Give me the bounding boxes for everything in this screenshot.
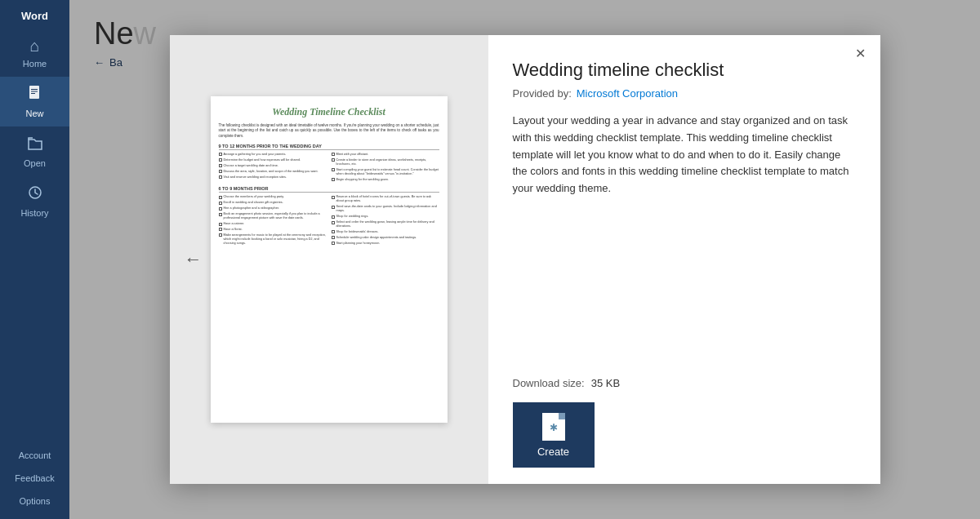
doc-item: Begin shopping for the wedding gown.	[332, 178, 439, 182]
modal-close-button[interactable]: ✕	[851, 43, 871, 63]
doc-item: Discuss the area, style, location, and s…	[219, 170, 327, 174]
sidebar-item-new-label: New	[25, 109, 43, 118]
sidebar-item-account[interactable]: Account	[0, 444, 69, 467]
doc-item: Have a caterer.	[219, 222, 327, 226]
doc-item: Arrange a gathering for you and your par…	[219, 153, 327, 157]
sidebar-nav: ⌂ Home New Open	[0, 29, 69, 444]
main-content: New ← Ba ✕ ← Wedding Timeline Checklist …	[69, 0, 980, 519]
svg-rect-0	[29, 86, 39, 99]
new-doc-icon	[27, 85, 43, 105]
doc-item: Choose a target wedding date and time.	[219, 164, 327, 168]
create-label: Create	[537, 446, 569, 458]
doc-item: Start planning your honeymoon.	[332, 242, 439, 246]
doc-item: Determine the budget and how expenses wi…	[219, 158, 327, 162]
download-size-row: Download size: 35 KB	[513, 377, 856, 389]
doc-item: Make arrangements for music to be played…	[219, 233, 327, 246]
history-icon	[27, 184, 43, 205]
feedback-label: Feedback	[15, 473, 54, 483]
modal-preview-panel: ← Wedding Timeline Checklist The followi…	[170, 35, 488, 484]
modal-info-panel: Wedding timeline checklist Provided by: …	[488, 35, 880, 484]
doc-item: Reserve a block of hotel rooms for out-o…	[332, 195, 439, 203]
download-size-value: 35 KB	[591, 377, 620, 389]
doc-item: Shop for bridesmaids' dresses.	[332, 230, 439, 234]
svg-rect-2	[31, 91, 38, 92]
svg-rect-1	[31, 89, 38, 90]
doc-section-2-col2: Reserve a block of hotel rooms for out-o…	[332, 195, 439, 246]
download-label: Download size:	[513, 377, 585, 389]
provider-link[interactable]: Microsoft Corporation	[577, 87, 678, 100]
doc-preview-title: Wedding Timeline Checklist	[219, 106, 439, 118]
doc-preview-intro: The following checklist is designed with…	[219, 123, 439, 139]
doc-item: Create a binder to store and organize id…	[332, 158, 439, 166]
doc-item: Book an engagement photo session, especi…	[219, 212, 327, 220]
doc-item: Visit and reserve wedding and reception …	[219, 175, 327, 180]
doc-item: Have a florist.	[219, 228, 327, 232]
document-preview: Wedding Timeline Checklist The following…	[211, 96, 448, 423]
sidebar: Word ⌂ Home New Op	[0, 0, 69, 519]
doc-item: Start compiling your guest list to estim…	[332, 168, 439, 176]
doc-section-2-header: 6 TO 9 MONTHS PRIOR	[219, 186, 439, 193]
doc-item: Schedule wedding cake design appointment…	[332, 236, 439, 240]
doc-item: Meet with your officiant.	[332, 153, 439, 157]
doc-item: Shop for wedding rings.	[332, 215, 439, 219]
doc-section-1-col2: Meet with your officiant. Create a binde…	[332, 153, 439, 184]
sidebar-item-history[interactable]: History	[0, 176, 69, 226]
sidebar-item-feedback[interactable]: Feedback	[0, 467, 69, 490]
sidebar-item-new[interactable]: New	[0, 77, 69, 126]
doc-item: Send save-the-date cards to your guests.…	[332, 205, 439, 213]
doc-section-2-columns: Choose the members of your wedding party…	[219, 195, 439, 246]
svg-rect-3	[31, 93, 35, 94]
doc-item: Enroll in wedding and shower gift regist…	[219, 201, 327, 205]
create-button[interactable]: ✱ Create	[513, 402, 595, 468]
prev-arrow-icon: ←	[185, 249, 203, 269]
doc-section-1-col1: Arrange a gathering for you and your par…	[219, 153, 327, 184]
provider-label: Provided by:	[513, 87, 572, 100]
account-label: Account	[19, 450, 51, 460]
template-description: Layout your wedding a year in advance an…	[513, 113, 856, 364]
sidebar-item-home[interactable]: ⌂ Home	[0, 29, 69, 77]
app-name: Word	[21, 0, 48, 29]
doc-item: Choose the members of your wedding party…	[219, 195, 327, 199]
sidebar-item-open-label: Open	[24, 158, 46, 168]
provider-row: Provided by: Microsoft Corporation	[513, 87, 856, 100]
home-icon: ⌂	[29, 37, 39, 55]
prev-button[interactable]: ←	[178, 242, 209, 277]
sidebar-bottom: Account Feedback Options	[0, 444, 69, 519]
close-icon: ✕	[855, 46, 866, 61]
sidebar-item-open[interactable]: Open	[0, 126, 69, 176]
sidebar-item-home-label: Home	[23, 59, 47, 69]
doc-item: Hire a photographer and a videographer.	[219, 206, 327, 211]
doc-item: Select and order the wedding gown, leavi…	[332, 220, 439, 228]
open-icon	[27, 135, 43, 155]
options-label: Options	[20, 496, 51, 506]
doc-section-2-col1: Choose the members of your wedding party…	[219, 195, 327, 246]
sidebar-item-options[interactable]: Options	[0, 490, 69, 512]
template-modal: ✕ ← Wedding Timeline Checklist The follo…	[170, 35, 880, 484]
template-title: Wedding timeline checklist	[513, 60, 856, 81]
sidebar-item-history-label: History	[20, 208, 48, 218]
doc-section-1-header: 9 TO 12 MONTHS PRIOR TO THE WEDDING DAY	[219, 144, 439, 150]
modal-overlay: ✕ ← Wedding Timeline Checklist The follo…	[69, 0, 980, 519]
doc-section-1-columns: Arrange a gathering for you and your par…	[219, 153, 439, 184]
